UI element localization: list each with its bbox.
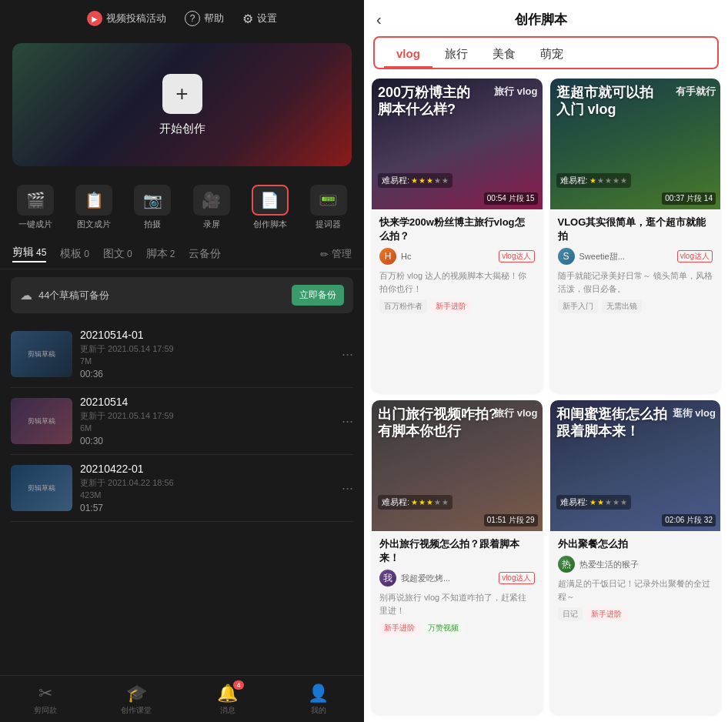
tool-text-video[interactable]: 📋 图文成片 [75, 185, 112, 230]
author-avatar: 我 [379, 570, 396, 587]
create-plus-button[interactable]: + [162, 74, 202, 114]
scissors-icon: ✂ [38, 684, 52, 704]
cat-tab-travel[interactable]: 旅行 [432, 41, 480, 68]
cloud-icon: ☁ [20, 288, 32, 303]
card-tags: 百万粉作者 新手进阶 [379, 299, 535, 313]
card-meta: 01:51 片段 29 [484, 514, 538, 526]
tab-cloudbk[interactable]: 云备份 [189, 247, 221, 261]
tab-script[interactable]: 脚本 2 [146, 247, 175, 261]
draft-size: 6M [80, 423, 334, 433]
nav-create-class-label: 创作课堂 [121, 705, 152, 716]
draft-info: 20210514 更新于 2021.05.14 17:59 6M 00:30 [80, 396, 334, 446]
card-meta: 00:37 片段 14 [662, 192, 716, 205]
left-panel: ▶ 视频投稿活动 ? 帮助 ⚙ 设置 + 开始创作 🎬 一键成片 📋 图文成片 … [0, 0, 364, 722]
tab-script-label: 脚本 [146, 247, 168, 261]
nav-scissors-label: 剪同款 [34, 705, 57, 716]
draft-meta: 更新于 2021.04.22 18:56 [80, 477, 334, 489]
rating-label: 难易程: [560, 175, 588, 186]
script-label: 创作脚本 [253, 219, 287, 230]
nav-profile[interactable]: 👤 我的 [273, 680, 364, 719]
tag: 百万粉作者 [379, 299, 427, 313]
draft-item[interactable]: 剪辑草稿 20210514-01 更新于 2021.05.14 17:59 7M… [11, 321, 353, 388]
author-badge: vlog达人 [677, 250, 713, 262]
author-name: 我超爱吃烤... [401, 573, 494, 584]
activity-button[interactable]: ▶ 视频投稿活动 [87, 11, 166, 26]
draft-item[interactable]: 剪辑草稿 20210422-01 更新于 2021.04.22 18:56 42… [11, 455, 353, 522]
author-avatar: S [558, 248, 575, 265]
draft-thumb: 剪辑草稿 [11, 398, 72, 444]
tool-shoot[interactable]: 📷 拍摄 [134, 185, 171, 230]
rating-label: 难易程: [560, 496, 588, 508]
draft-title: 20210514 [80, 396, 334, 408]
help-icon: ? [185, 11, 200, 26]
backup-banner: ☁ 44个草稿可备份 立即备份 [11, 277, 353, 313]
settings-button[interactable]: ⚙ 设置 [242, 12, 277, 26]
card-tags: 新手进阶 万赞视频 [379, 621, 535, 635]
profile-icon: 👤 [308, 684, 329, 704]
tab-edit-label: 剪辑 [12, 246, 34, 259]
card-thumb: 和闺蜜逛街怎么拍跟着脚本来！ 逛街 vlog 难易程: ★★★★★ 02:06 … [550, 400, 721, 531]
stars: ★★★★★ [411, 498, 449, 506]
tab-graphic-count: 0 [127, 249, 132, 259]
draft-info: 20210514-01 更新于 2021.05.14 17:59 7M 00:3… [80, 329, 334, 379]
card-author-row: 我 我超爱吃烤... vlog达人 [379, 570, 535, 587]
tool-one-click[interactable]: 🎬 一键成片 [17, 185, 54, 230]
nav-create-class[interactable]: 🎓 创作课堂 [91, 680, 182, 719]
draft-item[interactable]: 剪辑草稿 20210514 更新于 2021.05.14 17:59 6M 00… [11, 388, 353, 455]
tabs-row: 剪辑 45 模板 0 图文 0 脚本 2 云备份 ✏ 管理 [0, 239, 364, 269]
backup-button[interactable]: 立即备份 [292, 285, 344, 306]
card-thumb-text: 和闺蜜逛街怎么拍跟着脚本来！ [556, 406, 667, 440]
author-badge: vlog达人 [499, 250, 534, 262]
tag: 新手进阶 [379, 621, 419, 635]
tools-row: 🎬 一键成片 📋 图文成片 📷 拍摄 🎥 录屏 📄 创作脚本 📟 提词器 [0, 175, 364, 239]
message-badge: 4 [233, 680, 244, 690]
one-click-label: 一键成片 [18, 219, 52, 230]
author-name: 热爱生活的猴子 [579, 559, 713, 570]
card-4[interactable]: 和闺蜜逛街怎么拍跟着脚本来！ 逛街 vlog 难易程: ★★★★★ 02:06 … [550, 400, 721, 714]
card-2[interactable]: 逛超市就可以拍入门 vlog 有手就行 难易程: ★★★★★ 00:37 片段 … [550, 79, 721, 393]
tool-record[interactable]: 🎥 录屏 [193, 185, 230, 230]
card-thumb: 200万粉博主的脚本什么样? 旅行 vlog 难易程: ★★★★★ 00:54 … [372, 79, 543, 209]
rating-label: 难易程: [382, 496, 409, 508]
card-thumb-text: 逛超市就可以拍入门 vlog [556, 85, 653, 118]
draft-more-button[interactable]: ··· [342, 346, 353, 363]
author-name: Hc [401, 252, 494, 261]
manage-button[interactable]: ✏ 管理 [320, 247, 352, 261]
card-title: 快来学200w粉丝博主旅行vlog怎么拍？ [379, 216, 535, 243]
stars: ★★★★★ [411, 176, 449, 185]
cat-tab-food[interactable]: 美食 [480, 41, 528, 68]
card-desc: 随手就能记录美好日常～ 镜头简单，风格活泼，假日必备。 [558, 269, 713, 295]
help-label: 帮助 [204, 12, 224, 25]
help-button[interactable]: ? 帮助 [185, 11, 224, 26]
cards-grid: 200万粉博主的脚本什么样? 旅行 vlog 难易程: ★★★★★ 00:54 … [364, 79, 728, 722]
backup-text: 44个草稿可备份 [38, 289, 286, 303]
card-body: 外出聚餐怎么拍 热 热爱生活的猴子 超满足的干饭日记！记录外出聚餐的全过程～ 日… [550, 531, 721, 627]
tab-template-label: 模板 [60, 247, 82, 261]
tool-script[interactable]: 📄 创作脚本 [252, 185, 289, 230]
card-thumb-tag: 旅行 vlog [494, 85, 537, 99]
right-panel: ‹ 创作脚本 vlog 旅行 美食 萌宠 200万粉博主的脚本什么样? 旅行 v… [364, 0, 728, 722]
tag: 无需出镜 [602, 299, 642, 313]
shoot-icon-box: 📷 [134, 185, 171, 216]
draft-size: 423M [80, 490, 334, 500]
draft-more-button[interactable]: ··· [342, 480, 353, 496]
tag: 日记 [558, 607, 583, 621]
back-button[interactable]: ‹ [376, 11, 382, 28]
card-title: VLOG其实很简单，逛个超市就能拍 [558, 216, 713, 243]
cat-tab-vlog[interactable]: vlog [384, 41, 432, 68]
tab-graphic[interactable]: 图文 0 [103, 247, 132, 261]
tool-prompter[interactable]: 📟 提词器 [310, 185, 347, 230]
nav-scissors[interactable]: ✂ 剪同款 [0, 680, 91, 719]
draft-size: 7M [80, 356, 334, 366]
tab-edit[interactable]: 剪辑 45 [12, 246, 46, 262]
card-1[interactable]: 200万粉博主的脚本什么样? 旅行 vlog 难易程: ★★★★★ 00:54 … [372, 79, 543, 393]
card-3[interactable]: 出门旅行视频咋拍?有脚本你也行 旅行 vlog 难易程: ★★★★★ 01:51… [372, 400, 543, 714]
card-body: 外出旅行视频怎么拍？跟着脚本来！ 我 我超爱吃烤... vlog达人 别再说旅行… [372, 531, 543, 641]
tag: 万赞视频 [423, 621, 463, 635]
tab-template[interactable]: 模板 0 [60, 247, 89, 261]
card-desc: 超满足的干饭日记！记录外出聚餐的全过程～ [558, 577, 713, 603]
record-icon-box: 🎥 [193, 185, 230, 216]
cat-tab-pet[interactable]: 萌宠 [528, 41, 576, 68]
draft-more-button[interactable]: ··· [342, 413, 353, 430]
nav-message[interactable]: 🔔 4 消息 [182, 680, 273, 719]
